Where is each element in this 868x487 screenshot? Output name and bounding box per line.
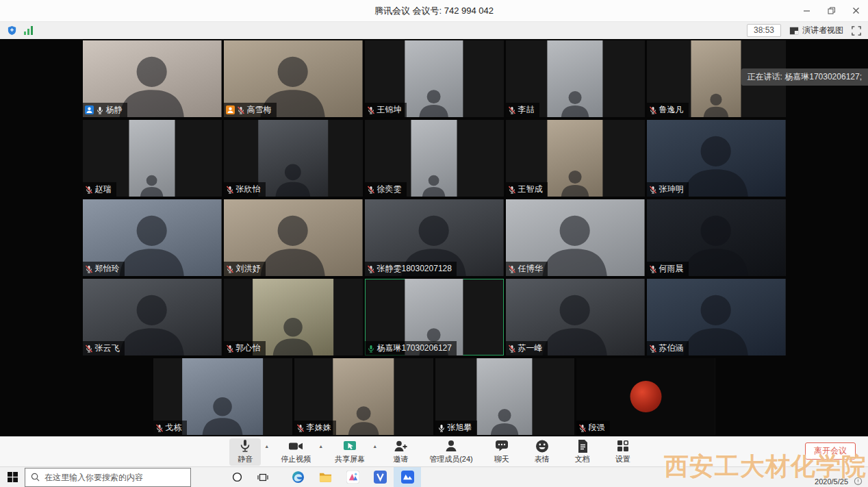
participant-tile[interactable]: 戈栋 xyxy=(153,358,292,435)
participant-tile[interactable]: 王锦坤 xyxy=(365,40,504,117)
layout-icon xyxy=(789,26,799,36)
fullscreen-icon[interactable] xyxy=(852,26,861,36)
participant-name: 何雨晨 xyxy=(659,263,684,275)
caret-up-icon[interactable]: ▲ xyxy=(318,444,323,449)
toolbar-item-label: 聊天 xyxy=(494,454,509,464)
camera-icon xyxy=(288,439,303,453)
toolbar-chat-button[interactable]: 聊天 xyxy=(486,438,518,466)
participant-name-label: 何雨晨 xyxy=(647,262,689,276)
participant-tile[interactable]: 苏一峰 xyxy=(506,279,645,355)
toolbar-settings-button[interactable]: 设置 xyxy=(607,438,639,466)
participant-video xyxy=(405,40,463,117)
mic-muted-icon xyxy=(508,265,516,273)
taskbar-date[interactable]: 2020/5/25 xyxy=(815,477,848,487)
participant-tile[interactable]: 杨嘉琳17030206127 xyxy=(365,279,504,355)
notification-icon[interactable] xyxy=(854,477,863,487)
title-bar: 腾讯会议 会议号: 742 994 042 xyxy=(0,0,868,22)
participant-name: 苏伯涵 xyxy=(659,342,684,354)
toolbar-docs-button[interactable]: 文档 xyxy=(567,438,598,466)
leave-meeting-button[interactable]: 离开会议 xyxy=(805,442,856,460)
participant-name-label: 张云飞 xyxy=(83,341,125,355)
toolbar-mic-button[interactable]: 静音 xyxy=(229,438,261,466)
participant-name: 郑怡玲 xyxy=(95,263,120,275)
participant-tile[interactable]: 李喆 xyxy=(506,40,645,117)
participant-tile[interactable]: 任博华 xyxy=(506,199,645,276)
participant-name: 戈栋 xyxy=(166,422,182,434)
participant-name-label: 鲁逸凡 xyxy=(647,103,689,117)
taskbar-search[interactable] xyxy=(25,468,191,487)
participant-tile[interactable]: 徐奕雯 xyxy=(365,120,504,197)
mic-muted-icon xyxy=(226,186,234,194)
restore-icon[interactable] xyxy=(819,0,843,21)
mic-muted-icon xyxy=(578,424,587,432)
participant-tile[interactable]: 张旭攀 xyxy=(435,358,574,435)
search-icon xyxy=(31,473,40,482)
participant-tile[interactable]: 何雨晨 xyxy=(647,199,786,276)
participant-tile[interactable]: 刘洪妤 xyxy=(224,199,363,276)
host-badge-icon xyxy=(85,105,94,114)
participant-video xyxy=(547,40,602,117)
toolbar-share-screen-button[interactable]: 共享屏幕 xyxy=(331,438,369,466)
cortana-icon[interactable] xyxy=(224,467,250,487)
search-input[interactable] xyxy=(44,473,185,482)
participant-tile[interactable]: 高雪梅 xyxy=(224,40,363,117)
toolbar-item-label: 表情 xyxy=(535,454,550,464)
participant-tile[interactable]: 张云飞 xyxy=(83,279,222,355)
toolbar-item-label: 停止视频 xyxy=(281,454,311,464)
participant-name-label: 徐奕雯 xyxy=(365,182,407,197)
mic-muted-icon xyxy=(237,106,245,114)
task-view-icon[interactable] xyxy=(250,467,276,487)
mic-muted-icon xyxy=(85,265,93,273)
tencent-meeting-icon[interactable] xyxy=(394,467,421,487)
members-icon xyxy=(444,439,459,453)
caret-up-icon[interactable]: ▲ xyxy=(264,444,269,449)
toolbar-members-button[interactable]: 管理成员(24) xyxy=(425,438,477,466)
video-row: 戈栋李姝姝张旭攀段强 xyxy=(0,357,868,436)
app-triangles-icon[interactable] xyxy=(339,467,366,487)
file-explorer-icon[interactable] xyxy=(311,467,339,487)
participant-tile[interactable]: 张珅明 xyxy=(647,120,786,197)
minimize-icon[interactable] xyxy=(794,0,819,21)
video-grid: 杨静高雪梅王锦坤李喆鲁逸凡赵瑞张欣怡徐奕雯王智成张珅明郑怡玲刘洪妤张静雯1803… xyxy=(0,39,868,436)
share-screen-icon xyxy=(342,439,357,453)
participant-tile[interactable]: 郑怡玲 xyxy=(83,199,222,276)
participant-name: 刘洪妤 xyxy=(236,263,261,275)
participant-name: 张静雯18030207128 xyxy=(377,263,452,275)
start-icon[interactable] xyxy=(0,467,25,487)
participant-tile[interactable]: 张欣怡 xyxy=(224,120,363,197)
speaker-view-button[interactable]: 演讲者视图 xyxy=(789,25,843,36)
participant-name-label: 段强 xyxy=(576,421,610,435)
mic-on-icon xyxy=(96,106,104,114)
close-icon[interactable] xyxy=(843,0,868,21)
app-v-icon[interactable] xyxy=(366,467,394,487)
edge-browser-icon[interactable] xyxy=(284,467,311,487)
participant-tile[interactable]: 苏伯涵 xyxy=(647,279,786,355)
mic-speaking-icon xyxy=(367,345,375,353)
avatar xyxy=(630,381,661,412)
toolbar-item-label: 文档 xyxy=(575,454,590,464)
participant-tile[interactable]: 郭心怡 xyxy=(224,279,363,355)
participant-tile[interactable]: 张静雯18030207128 xyxy=(365,199,504,276)
participant-name-label: 张旭攀 xyxy=(435,421,477,435)
participant-name-label: 赵瑞 xyxy=(83,182,116,197)
caret-up-icon[interactable]: ▲ xyxy=(372,444,377,449)
participant-name-label: 王智成 xyxy=(506,182,548,197)
participant-tile[interactable]: 赵瑞 xyxy=(83,120,222,197)
meeting-timer: 38:53 xyxy=(747,24,781,37)
window-title: 腾讯会议 会议号: 742 994 042 xyxy=(374,5,494,17)
mic-muted-icon xyxy=(649,186,657,194)
participant-tile[interactable]: 李姝姝 xyxy=(294,358,433,435)
participant-name: 李姝姝 xyxy=(307,422,331,434)
network-signal-icon[interactable] xyxy=(23,26,34,35)
toolbar-item-label: 共享屏幕 xyxy=(335,454,365,464)
shield-icon[interactable] xyxy=(7,25,17,36)
participant-tile[interactable]: 王智成 xyxy=(506,120,645,197)
toolbar-invite-button[interactable]: 邀请 xyxy=(385,438,416,466)
video-row: 杨静高雪梅王锦坤李喆鲁逸凡 xyxy=(0,39,868,118)
toolbar-camera-button[interactable]: 停止视频 xyxy=(277,438,315,466)
participant-name-label: 李姝姝 xyxy=(294,421,336,435)
toolbar-emoji-button[interactable]: 表情 xyxy=(526,438,558,466)
participant-tile[interactable]: 杨静 xyxy=(83,40,222,117)
participant-tile[interactable]: 段强 xyxy=(576,358,715,435)
mic-muted-icon xyxy=(367,186,375,194)
